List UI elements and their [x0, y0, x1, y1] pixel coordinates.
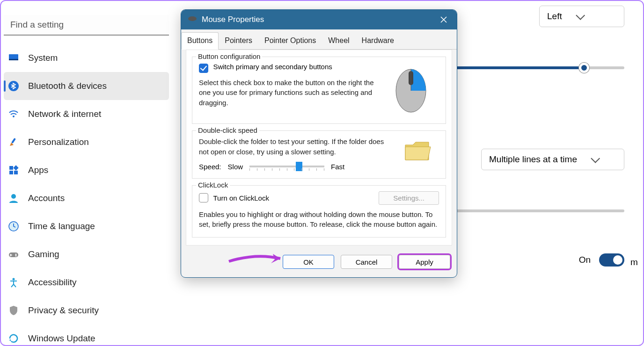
- clicklock-settings-button: Settings...: [379, 191, 439, 205]
- tab-wheel[interactable]: Wheel: [322, 32, 355, 49]
- double-click-speed-group: Double-click speed Double-click the fold…: [192, 130, 446, 179]
- sidebar-item-label: Gaming: [28, 249, 59, 260]
- svg-rect-5: [9, 166, 13, 170]
- mouse-icon: [188, 15, 197, 24]
- group-title: Button configuration: [196, 52, 262, 60]
- mouse-illustration: [383, 63, 439, 116]
- tab-label: Wheel: [328, 36, 349, 44]
- tab-label: Pointers: [225, 36, 252, 44]
- sidebar-item-label: Personalization: [28, 137, 89, 147]
- search-input[interactable]: [4, 15, 169, 36]
- dropdown-value: Left: [547, 11, 562, 22]
- dialog-titlebar[interactable]: Mouse Properties: [181, 10, 457, 29]
- group-title: Double-click speed: [196, 126, 259, 134]
- clicklock-group: ClickLock Turn on ClickLock Settings... …: [192, 185, 446, 238]
- tab-pointers[interactable]: Pointers: [219, 32, 258, 49]
- svg-point-3: [13, 115, 15, 117]
- dialog-title: Mouse Properties: [202, 15, 264, 24]
- sidebar-item-label: Apps: [28, 165, 48, 175]
- dialog-button-row: OK Cancel Apply: [181, 250, 457, 277]
- ok-button[interactable]: OK: [283, 255, 334, 269]
- svg-point-13: [15, 255, 17, 257]
- sidebar-item-privacy-security[interactable]: Privacy & security: [1, 296, 172, 324]
- sidebar-item-personalization[interactable]: Personalization: [1, 128, 172, 156]
- paintbrush-icon: [7, 136, 20, 148]
- svg-rect-8: [14, 171, 18, 174]
- sidebar-item-network[interactable]: Network & internet: [1, 100, 172, 128]
- close-button[interactable]: [437, 13, 450, 26]
- accessibility-icon: [7, 276, 20, 288]
- double-click-speed-slider[interactable]: [249, 166, 324, 167]
- checkbox-label: Turn on ClickLock: [213, 194, 269, 202]
- sidebar-item-label: Accessibility: [28, 277, 76, 288]
- tab-label: Hardware: [362, 36, 394, 44]
- sidebar-item-label: System: [28, 53, 58, 63]
- sidebar-item-accessibility[interactable]: Accessibility: [1, 268, 172, 296]
- shield-icon: [7, 304, 20, 317]
- wifi-icon: [7, 108, 20, 120]
- truncated-label: m: [630, 257, 638, 267]
- slow-label: Slow: [228, 163, 243, 171]
- sidebar-item-label: Privacy & security: [28, 305, 99, 316]
- fast-label: Fast: [331, 163, 344, 171]
- scroll-mode-dropdown[interactable]: Multiple lines at a time: [481, 149, 624, 170]
- svg-rect-4: [11, 138, 16, 144]
- dialog-panel: Button configuration Switch primary and …: [186, 50, 452, 245]
- svg-point-15: [188, 16, 197, 21]
- sidebar-item-accounts[interactable]: Accounts: [1, 184, 172, 212]
- update-icon: [7, 332, 20, 345]
- svg-rect-7: [9, 171, 13, 174]
- button-configuration-group: Button configuration Switch primary and …: [192, 57, 446, 124]
- svg-point-12: [15, 254, 17, 255]
- test-folder-icon[interactable]: [397, 137, 439, 171]
- mouse-properties-dialog: Mouse Properties Buttons Pointers Pointe…: [181, 9, 457, 278]
- tab-label: Buttons: [187, 36, 212, 44]
- primary-button-dropdown[interactable]: Left: [539, 6, 624, 27]
- sidebar-item-time-language[interactable]: Time & language: [1, 212, 172, 240]
- dropdown-value: Multiple lines at a time: [489, 154, 577, 165]
- gamepad-icon: [7, 248, 20, 260]
- bluetooth-icon: [7, 80, 20, 92]
- sidebar-item-label: Bluetooth & devices: [28, 81, 107, 91]
- apply-button[interactable]: Apply: [399, 255, 450, 269]
- svg-rect-1: [9, 59, 18, 60]
- settings-sidebar: System Bluetooth & devices Network & int…: [1, 1, 172, 345]
- svg-point-9: [11, 194, 16, 199]
- sidebar-item-windows-update[interactable]: Windows Update: [1, 324, 172, 346]
- sidebar-item-label: Accounts: [28, 193, 65, 203]
- sidebar-item-gaming[interactable]: Gaming: [1, 240, 172, 268]
- tab-buttons[interactable]: Buttons: [181, 32, 219, 50]
- sidebar-item-label: Network & internet: [28, 109, 101, 119]
- cancel-button[interactable]: Cancel: [341, 255, 392, 269]
- tab-hardware[interactable]: Hardware: [356, 32, 400, 49]
- double-click-description: Double-click the folder to test your set…: [199, 137, 389, 157]
- switch-buttons-checkbox[interactable]: [199, 64, 208, 73]
- tab-pointer-options[interactable]: Pointer Options: [258, 32, 322, 49]
- clicklock-description: Enables you to highlight or drag without…: [199, 209, 439, 230]
- dialog-tabs: Buttons Pointers Pointer Options Wheel H…: [181, 29, 457, 50]
- sidebar-item-apps[interactable]: Apps: [1, 156, 172, 184]
- clock-globe-icon: [7, 220, 20, 232]
- clicklock-checkbox[interactable]: [199, 193, 208, 202]
- person-icon: [7, 192, 20, 204]
- sidebar-item-label: Windows Update: [28, 333, 95, 344]
- svg-point-14: [13, 278, 15, 281]
- scroll-inactive-toggle[interactable]: [599, 253, 624, 267]
- monitor-icon: [7, 52, 20, 64]
- annotation-arrow-icon: [228, 252, 289, 268]
- checkbox-label: Switch primary and secondary buttons: [213, 63, 332, 71]
- apps-icon: [7, 164, 20, 176]
- svg-rect-6: [13, 165, 18, 170]
- sidebar-item-system[interactable]: System: [1, 44, 172, 72]
- button-config-description: Select this check box to make the button…: [199, 78, 375, 108]
- toggle-label: On: [579, 255, 591, 265]
- group-title: ClickLock: [196, 181, 230, 189]
- tab-label: Pointer Options: [264, 36, 316, 44]
- sidebar-item-bluetooth-devices[interactable]: Bluetooth & devices: [4, 72, 169, 100]
- sidebar-nav: System Bluetooth & devices Network & int…: [1, 44, 172, 346]
- speed-label: Speed:: [199, 163, 221, 171]
- sidebar-item-label: Time & language: [28, 221, 95, 231]
